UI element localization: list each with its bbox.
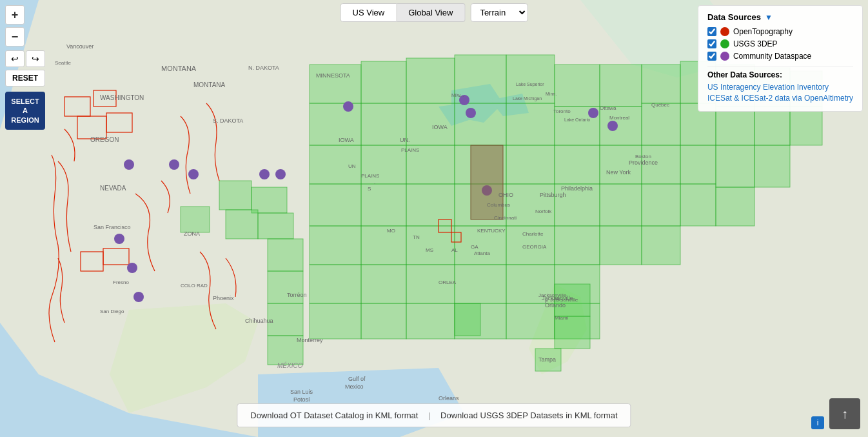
svg-rect-30 <box>361 226 406 265</box>
svg-text:Québec: Québec <box>651 102 669 108</box>
download-usgs-kml-link[interactable]: Download USGS 3DEP Datasets in KML forma… <box>440 411 618 420</box>
svg-rect-69 <box>258 213 293 239</box>
usgs-3dep-label: USGS 3DEP <box>733 39 778 48</box>
icesat-link[interactable]: ICESat & ICESat-2 data via OpenAltimetry <box>707 94 853 103</box>
svg-text:Columbus: Columbus <box>487 202 510 208</box>
svg-text:Jacksonville: Jacksonville <box>550 297 578 303</box>
select-region-button[interactable]: SELECT A REGION <box>5 92 45 130</box>
svg-text:Pittsburgh: Pittsburgh <box>540 192 566 198</box>
svg-text:MÉXICO: MÉXICO <box>277 361 303 369</box>
us-interagency-elevation-link[interactable]: US Interagency Elevation Inventory <box>707 83 853 92</box>
svg-rect-3 <box>406 58 455 103</box>
svg-point-87 <box>124 159 134 170</box>
zoom-out-button[interactable]: − <box>5 27 25 46</box>
svg-point-100 <box>607 121 618 131</box>
svg-rect-59 <box>716 145 755 187</box>
undo-button[interactable]: ↩ <box>5 50 25 67</box>
svg-rect-67 <box>252 187 287 213</box>
svg-point-94 <box>275 169 286 179</box>
svg-text:KENTUCKY: KENTUCKY <box>477 228 506 234</box>
svg-text:IOWA: IOWA <box>339 137 354 143</box>
svg-text:San Luis: San Luis <box>290 389 313 395</box>
svg-text:Atlanta: Atlanta <box>474 250 490 256</box>
download-ot-kml-link[interactable]: Download OT Dataset Catalog in KML forma… <box>250 411 418 420</box>
us-view-button[interactable]: US View <box>340 3 397 22</box>
svg-text:Potosí: Potosí <box>293 396 310 403</box>
svg-text:Chihuahua: Chihuahua <box>245 318 273 324</box>
svg-text:S. DAKOTA: S. DAKOTA <box>213 117 243 124</box>
data-sources-title: Data Sources ▼ <box>707 12 853 22</box>
svg-point-99 <box>588 108 598 118</box>
svg-text:Lake Superior: Lake Superior <box>516 82 544 87</box>
svg-point-97 <box>466 108 476 118</box>
svg-text:Miami: Miami <box>555 315 569 321</box>
map-container: MONTANA N. DAKOTA MINNESOTA S. DAKOTA IO… <box>0 0 868 437</box>
svg-rect-72 <box>268 271 303 303</box>
usgs-3dep-checkbox[interactable] <box>707 39 716 48</box>
svg-text:New York: New York <box>606 169 631 176</box>
svg-text:San Francisco: San Francisco <box>94 224 131 230</box>
svg-rect-15 <box>506 145 555 184</box>
svg-text:Torréon: Torréon <box>287 292 307 298</box>
svg-text:UN.: UN. <box>400 137 410 143</box>
svg-text:UN: UN <box>348 163 356 169</box>
svg-rect-39 <box>455 265 506 303</box>
svg-rect-56 <box>680 184 716 226</box>
svg-text:AL: AL <box>451 247 458 253</box>
open-topo-checkbox[interactable] <box>707 27 716 36</box>
svg-rect-29 <box>310 226 361 265</box>
svg-text:.: . <box>374 179 375 185</box>
svg-text:Minn.: Minn. <box>546 92 557 96</box>
svg-text:PLAINS: PLAINS <box>401 147 419 153</box>
data-sources-panel: Data Sources ▼ OpenTopography USGS 3DEP … <box>698 5 863 112</box>
other-sources-section: Other Data Sources: US Interagency Eleva… <box>707 66 853 103</box>
community-dataspace-checkbox[interactable] <box>707 52 716 61</box>
svg-point-89 <box>127 263 137 273</box>
svg-rect-42 <box>310 303 361 339</box>
left-controls: + − ↩ ↪ RESET SELECT A REGION <box>5 5 45 130</box>
community-dataspace-label: Community Dataspace <box>733 52 811 61</box>
svg-text:Monterrey: Monterrey <box>297 337 323 343</box>
svg-rect-28 <box>600 184 642 226</box>
svg-point-92 <box>188 169 199 179</box>
scroll-to-top-button[interactable]: ↑ <box>829 398 860 429</box>
svg-rect-46 <box>506 303 555 339</box>
redo-button[interactable]: ↪ <box>26 50 45 67</box>
svg-rect-71 <box>268 239 303 271</box>
global-view-button[interactable]: Global View <box>397 3 465 22</box>
reset-button[interactable]: RESET <box>5 70 45 86</box>
svg-text:Gulf of: Gulf of <box>348 376 366 382</box>
usgs-3dep-source-item: USGS 3DEP <box>707 39 853 48</box>
svg-rect-65 <box>790 107 822 145</box>
svg-rect-7 <box>406 103 455 145</box>
usgs-3dep-color-dot <box>720 39 729 48</box>
chevron-down-icon[interactable]: ▼ <box>765 13 773 22</box>
zoom-in-button[interactable]: + <box>5 5 25 25</box>
svg-text:OREGON: OREGON <box>90 136 119 143</box>
svg-rect-78 <box>455 303 480 336</box>
info-icon[interactable]: i <box>811 416 824 429</box>
svg-rect-10 <box>506 103 555 145</box>
svg-point-91 <box>169 159 179 170</box>
svg-text:Toronto: Toronto <box>553 108 571 114</box>
svg-rect-25 <box>600 65 642 107</box>
svg-text:Mexico: Mexico <box>345 383 364 390</box>
svg-rect-36 <box>310 265 361 303</box>
terrain-select[interactable]: Terrain Satellite Streets Hybrid <box>470 3 528 22</box>
svg-rect-48 <box>642 65 680 103</box>
svg-text:Charlotte: Charlotte <box>522 231 544 237</box>
svg-text:WASHINGTON: WASHINGTON <box>100 94 144 101</box>
svg-rect-16 <box>555 65 600 107</box>
svg-text:Lake Ontario: Lake Ontario <box>564 117 590 122</box>
svg-text:Lake Michigan: Lake Michigan <box>513 96 542 101</box>
svg-text:ZONA: ZONA <box>184 230 200 237</box>
svg-rect-49 <box>642 103 680 145</box>
svg-text:TN: TN <box>413 234 420 240</box>
svg-rect-8 <box>455 103 506 145</box>
svg-rect-58 <box>716 107 755 145</box>
svg-point-90 <box>133 292 144 302</box>
open-topo-label: OpenTopography <box>733 27 793 36</box>
svg-text:Montreal: Montreal <box>609 115 629 121</box>
svg-text:S: S <box>368 186 371 192</box>
svg-text:Seattle: Seattle <box>55 60 71 66</box>
